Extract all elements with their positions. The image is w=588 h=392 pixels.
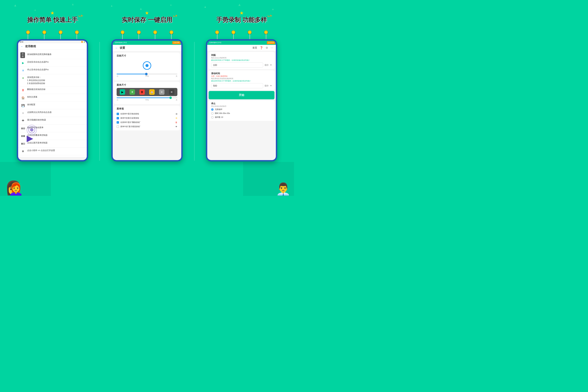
checkbox-2-label: 菜单中的显示设置按钮 (120, 117, 139, 119)
tutorial-item-13: ⚙ 点击小部件 => 点击以打开设置 (18, 148, 87, 155)
tutorial-item-7: 💾 保存配置 (18, 102, 87, 109)
menu-icons-preview: ▶ + 🗑 🏠 ✕ ⊞ (117, 88, 177, 96)
tutorial-text-2: 启动安卓自动点击器Pro (27, 60, 49, 64)
close-service-btn-3[interactable]: 点击关闭 (267, 41, 275, 44)
target-size-slider[interactable]: 小 平均 大 (117, 72, 177, 79)
menu-size-slider[interactable]: 小 平均 大 (117, 96, 177, 102)
radio-unlimited[interactable]: 无限循环 (211, 108, 272, 111)
menu-icon-close: ✕ (159, 89, 164, 95)
tutorial-item-3: ⏸ 停止安卓自动点击器Pro (18, 67, 87, 74)
home-topbar: 首页 ❓ ⚙ ⋯ (207, 45, 276, 51)
interval-dropdown[interactable]: ▼ (270, 64, 272, 66)
radio-count-label: 循环数 10 (215, 116, 223, 118)
screen-title-2: 设置 (120, 46, 125, 50)
slider-large-1: 大 (176, 75, 177, 78)
swipe-dropdown[interactable]: ▼ (270, 84, 272, 87)
screen-title-1: 使用教程 (25, 45, 36, 48)
slider-small-2: 小 (117, 99, 118, 101)
checkbox-item-1[interactable]: ✓ 在菜单中显示拖动按钮 ⊞ (117, 112, 177, 116)
radio-selected-icon (211, 108, 214, 111)
panel-2: ★ 实时保存 一键启用 ↪ 无障碍服务已开启 点击关闭 (103, 10, 191, 162)
back-button-2[interactable]: ← (115, 46, 118, 50)
settings-icon-tag: ⚙ (175, 117, 177, 119)
signal-icons: 📶 🔋 (81, 41, 85, 43)
swipe-input[interactable]: 500 (211, 83, 263, 88)
topbar-1: ← 使用教程 (18, 43, 87, 50)
help-icon[interactable]: ❓ (260, 46, 263, 50)
grid1-icon: ⊞⊟ (21, 127, 25, 130)
radio-unselected-icon-2 (211, 116, 214, 118)
character-figure-3: 👨‍💼 (276, 182, 291, 196)
save-icon: 💾 (21, 104, 25, 107)
checkbox-3-checked: ✓ (117, 121, 119, 124)
grid3-icon: ⊠⊡ (21, 142, 25, 145)
checkbox-4-label: 菜单中的"显示视觉按钮" (120, 125, 140, 128)
panel-3: ★ 手势录制 功能多样 ↪ 无障碍服务已开启 点击关闭 (197, 10, 286, 162)
start-btn-container: 开始 (209, 91, 274, 99)
interval-input[interactable]: 100 (211, 62, 263, 68)
menu-size-label: 菜单尺寸 (117, 84, 177, 86)
settings-icon-small: ⚙ (22, 150, 24, 152)
enable-badge[interactable]: 启用 (20, 52, 25, 58)
star-icon-3: ★ (216, 10, 267, 16)
delete-icon: 🗑 (22, 88, 24, 92)
interval-note: 建议的时间应大于50毫秒，以保持设备的良好性能！ (211, 59, 272, 62)
radio-unselected-icon-1 (211, 112, 214, 114)
antenna-dot-3 (59, 30, 62, 34)
stop-section: 停止 停止自动点击的条件 无限循环 限时 00h 05m 00s 循环 (209, 100, 274, 121)
radio-unlimited-label: 无限循环 (215, 108, 222, 111)
back-button-1[interactable]: ← (21, 45, 23, 48)
interval-value-row: 100 毫秒 ▼ (211, 62, 272, 68)
radio-timed[interactable]: 限时 00h 05m 00s (211, 111, 272, 115)
swipe-note: 建议的时间应大于300毫秒，以保持设备的良好性能！ (211, 80, 272, 82)
panel-1: ★ 操作简单 快速上手 ↪ (8, 10, 97, 162)
swipe-label: 滑动时间 (211, 72, 272, 75)
home-title: 首页 (252, 46, 257, 50)
divider-2 (194, 42, 194, 161)
checkbox-1-checked: ✓ (117, 113, 119, 115)
checkbox-item-3[interactable]: ✓ 在菜单中显示"删除按钮" 🗑 (117, 120, 177, 124)
service-bar-3: 无障碍服务已开启 点击关闭 (207, 40, 276, 45)
arrow-icon-3: ↪ (266, 12, 273, 20)
tutorial-text-6: 转到主屏幕 (27, 96, 37, 98)
divider-1 (99, 42, 100, 161)
menu-icon-home: 🏠 (149, 89, 155, 95)
tv-robot-3: 无障碍服务已开启 点击关闭 首页 ❓ ⚙ ⋯ 间隔 每次点击之间的时间 (203, 30, 280, 162)
swipe-unit: 毫秒 (264, 84, 269, 87)
slider-small-1: 小 (117, 75, 118, 78)
checkbox-item-2[interactable]: ✓ 菜单中的显示设置按钮 ⚙ (117, 116, 177, 120)
tutorial-text-13: 点击小部件 => 点击以打开设置 (27, 149, 55, 152)
slider-medium-2: 平均 (145, 99, 149, 101)
arrow-icon-1: ↪ (77, 12, 84, 20)
menu-icon-grid: ⊞ (169, 89, 174, 95)
settings-gear-icon[interactable]: ⚙ (266, 46, 268, 50)
checkbox-3-label: 在菜单中显示"删除按钮" (120, 121, 140, 124)
checkbox-item-4[interactable]: 菜单中的"显示视觉按钮" 👁 (117, 124, 177, 129)
interval-card: 间隔 每次点击之间的时间 建议的时间应大于50毫秒，以保持设备的良好性能！ 10… (209, 52, 274, 69)
target-size-label: 目标尺寸 (117, 54, 177, 58)
menu-items-section: 菜单项 ✓ 在菜单中显示拖动按钮 ⊞ ✓ 菜单中的显示设置按钮 ⚙ ✓ (114, 106, 180, 130)
home-icon: 🏠 (21, 96, 25, 100)
checkbox-1-label: 在菜单中显示拖动按钮 (120, 112, 139, 115)
interval-label: 间隔 (211, 54, 272, 57)
start-button[interactable]: 开始 (209, 91, 274, 99)
radio-count[interactable]: 循环数 10 (211, 115, 272, 119)
grid2-icon: ⊞⊠ (21, 135, 25, 137)
close-service-btn[interactable]: 点击关闭 (172, 41, 180, 44)
interval-sub: 每次点击之间的时间 (211, 57, 272, 59)
phone-screen-3: 无障碍服务已开启 点击关闭 首页 ❓ ⚙ ⋯ 间隔 每次点击之间的时间 (206, 39, 277, 162)
tv-robot-2: 无障碍服务已开启 点击关闭 ← 设置 目标尺寸 (109, 30, 185, 162)
target-size-section: 目标尺寸 小 (114, 53, 180, 80)
interval-unit: 毫秒 (264, 64, 269, 66)
tutorial-item-5: 🗑 删除最后添加的目标 (18, 86, 87, 94)
tutorial-text-5: 删除最后添加的目标 (27, 88, 45, 91)
swipe-sub: 每次滑动从开始到结束的时间 (211, 78, 272, 80)
tutorial-item-1: 启用 添加权限和启用无障碍服务 (18, 52, 87, 59)
tutorial-text-7: 保存配置 (27, 103, 35, 106)
tutorial-text-4: 添加更多目标：1.单击添加点击目标2.长按添加滑动目标 (27, 76, 45, 85)
status-bar-1: 18:59 📶 🔋 (18, 40, 87, 43)
more-icon[interactable]: ⋯ (271, 46, 273, 50)
pause-icon: ⏸ (22, 69, 24, 72)
service-bar-2: 无障碍服务已开启 点击关闭 (113, 40, 181, 45)
play-icon: ▶ (22, 61, 24, 64)
